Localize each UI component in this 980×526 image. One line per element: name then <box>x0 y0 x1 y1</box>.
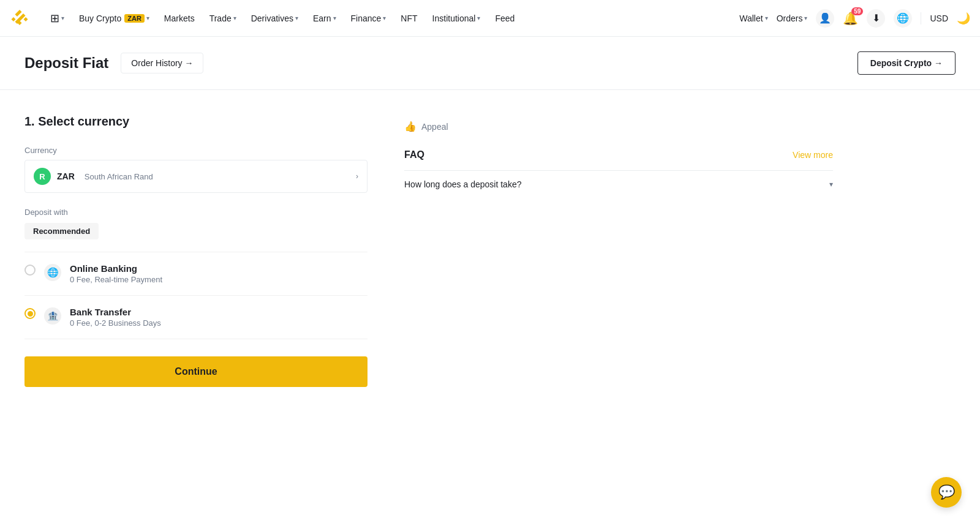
radio-inner <box>28 311 33 317</box>
recommended-tab[interactable]: Recommended <box>24 223 99 239</box>
brand-logo[interactable] <box>10 9 29 28</box>
view-more-link[interactable]: View more <box>793 150 833 160</box>
faq-question-0: How long does a deposit take? <box>404 179 521 189</box>
payment-option-bank-transfer[interactable]: 🏦 Bank Transfer 0 Fee, 0-2 Business Days <box>24 296 368 339</box>
page-header: Deposit Fiat Order History → Deposit Cry… <box>0 37 980 90</box>
profile-icon[interactable]: 👤 <box>816 9 834 28</box>
nav-grid-icon[interactable]: ⊞ ▾ <box>44 0 70 37</box>
faq-title: FAQ <box>404 149 424 160</box>
download-icon[interactable]: ⬇ <box>867 9 885 28</box>
nav-item-nft[interactable]: NFT <box>394 0 423 37</box>
appeal-icon: 👍 <box>404 121 417 132</box>
currency-icon: R <box>34 168 51 185</box>
appeal-label: Appeal <box>421 122 448 132</box>
nav-orders[interactable]: Orders ▾ <box>777 13 808 23</box>
currency-select[interactable]: R ZAR South African Rand › <box>24 160 368 193</box>
nav-wallet[interactable]: Wallet ▾ <box>739 13 767 23</box>
nav-item-buy-crypto[interactable]: Buy Crypto ZAR ▾ <box>73 0 156 37</box>
continue-button[interactable]: Continue <box>24 356 368 387</box>
page-header-left: Deposit Fiat Order History → <box>24 53 203 73</box>
currency-left: R ZAR South African Rand <box>34 168 153 185</box>
nav-divider <box>921 12 921 24</box>
deposit-crypto-button[interactable]: Deposit Crypto → <box>858 51 956 75</box>
online-banking-desc: 0 Fee, Real-time Payment <box>70 275 162 284</box>
payment-option-online-banking[interactable]: 🌐 Online Banking 0 Fee, Real-time Paymen… <box>24 252 368 296</box>
bank-transfer-name: Bank Transfer <box>70 307 161 317</box>
radio-online-banking[interactable] <box>24 265 36 276</box>
nav-item-trade[interactable]: Trade ▾ <box>203 0 243 37</box>
page-title: Deposit Fiat <box>24 54 108 72</box>
order-history-button[interactable]: Order History → <box>121 53 203 73</box>
currency-arrow-icon: › <box>356 172 358 181</box>
nav-item-derivatives[interactable]: Derivatives ▾ <box>245 0 304 37</box>
nav-left: ⊞ ▾ Buy Crypto ZAR ▾ Markets Trade ▾ Der… <box>44 0 739 37</box>
nav-item-markets[interactable]: Markets <box>158 0 201 37</box>
bank-transfer-desc: 0 Fee, 0-2 Business Days <box>70 318 161 328</box>
currency-name: South African Rand <box>85 172 153 181</box>
bank-transfer-info: Bank Transfer 0 Fee, 0-2 Business Days <box>70 307 161 328</box>
radio-bank-transfer[interactable] <box>24 308 36 319</box>
globe-icon[interactable]: 🌐 <box>894 9 912 28</box>
main-section: 1. Select currency Currency R ZAR South … <box>24 115 368 387</box>
appeal-row[interactable]: 👍 Appeal <box>404 121 833 132</box>
currency-code: ZAR <box>57 171 75 181</box>
step-title: 1. Select currency <box>24 115 368 129</box>
nav-item-earn[interactable]: Earn ▾ <box>307 0 342 37</box>
nav-item-institutional[interactable]: Institutional ▾ <box>426 0 487 37</box>
navbar: ⊞ ▾ Buy Crypto ZAR ▾ Markets Trade ▾ Der… <box>0 0 980 37</box>
bank-transfer-icon: 🏦 <box>44 307 61 325</box>
currency-label: Currency <box>24 146 368 155</box>
nav-right: Wallet ▾ Orders ▾ 👤 🔔 59 ⬇ 🌐 USD 🌙 <box>739 9 970 28</box>
online-banking-info: Online Banking 0 Fee, Real-time Payment <box>70 263 162 284</box>
deposit-with-label: Deposit with <box>24 208 368 217</box>
online-banking-name: Online Banking <box>70 263 162 274</box>
faq-item-0[interactable]: How long does a deposit take? ▾ <box>404 170 833 198</box>
nav-item-finance[interactable]: Finance ▾ <box>345 0 393 37</box>
theme-toggle[interactable]: 🌙 <box>957 12 970 25</box>
currency-selector[interactable]: USD <box>930 13 948 23</box>
payment-options: 🌐 Online Banking 0 Fee, Real-time Paymen… <box>24 252 368 339</box>
notification-bell[interactable]: 🔔 59 <box>843 11 858 26</box>
content-area: 1. Select currency Currency R ZAR South … <box>0 90 858 411</box>
nav-item-feed[interactable]: Feed <box>489 0 521 37</box>
online-banking-icon: 🌐 <box>44 264 61 281</box>
side-section: 👍 Appeal FAQ View more How long does a d… <box>404 115 833 387</box>
faq-chevron-icon: ▾ <box>829 180 833 189</box>
faq-header: FAQ View more <box>404 149 833 160</box>
